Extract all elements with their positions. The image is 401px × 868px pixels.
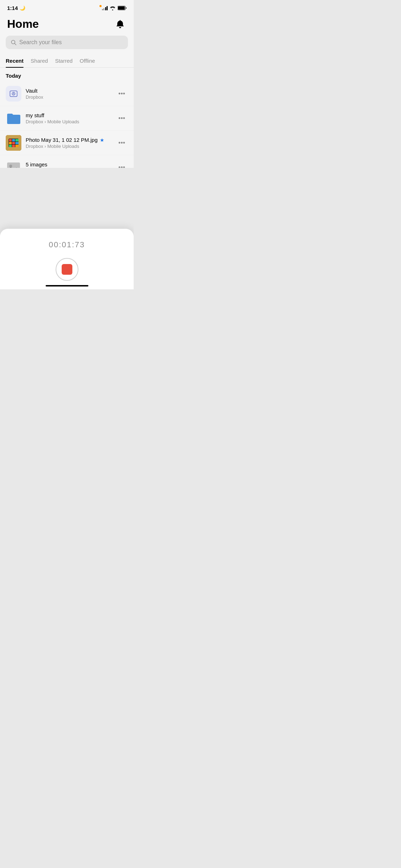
wifi-icon <box>110 6 115 10</box>
list-item[interactable]: Photo May 31, 1 02 12 PM.jpg ★ Dropbox ›… <box>0 131 134 155</box>
file-name: my stuff <box>26 112 115 118</box>
svg-point-6 <box>13 93 14 94</box>
file-info: Vault Dropbox <box>26 88 115 100</box>
tab-shared[interactable]: Shared <box>31 55 48 67</box>
more-button[interactable]: ••• <box>115 138 128 148</box>
svg-line-3 <box>15 43 16 45</box>
section-today: Today <box>0 68 134 82</box>
more-button[interactable]: ••• <box>115 162 128 168</box>
vault-icon-container <box>6 86 21 102</box>
file-name: 5 images <box>26 161 115 167</box>
list-item[interactable]: Vault Dropbox ••• <box>0 82 134 106</box>
images-icon-container <box>6 160 21 168</box>
svg-rect-14 <box>12 142 15 144</box>
notification-dot <box>99 5 102 7</box>
tab-recent[interactable]: Recent <box>6 55 24 67</box>
status-time: 1:14 🌙 <box>7 5 25 11</box>
moon-icon: 🌙 <box>20 5 25 11</box>
file-name: Vault <box>26 88 115 94</box>
file-info: 5 images Dropbox › Mobile Uploads <box>26 161 115 168</box>
signal-icon <box>102 6 108 10</box>
star-icon: ★ <box>100 137 104 143</box>
photo-icon-container <box>6 135 21 151</box>
svg-rect-13 <box>9 142 12 144</box>
vault-svg <box>9 89 18 98</box>
images-icon <box>6 160 21 168</box>
svg-rect-18 <box>15 145 19 147</box>
photo-thumbnail <box>6 135 21 151</box>
main-content: Home Search your files Recent Shared Sta… <box>0 14 134 168</box>
status-bar: 1:14 🌙 <box>0 0 134 14</box>
more-button[interactable]: ••• <box>115 89 128 99</box>
recording-overlay: 00:01:73 <box>0 229 134 289</box>
recording-timer: 00:01:73 <box>49 240 85 249</box>
svg-rect-12 <box>15 139 19 141</box>
file-name: Photo May 31, 1 02 12 PM.jpg ★ <box>26 137 115 143</box>
app-header: Home <box>0 14 134 36</box>
file-info: Photo May 31, 1 02 12 PM.jpg ★ Dropbox ›… <box>26 137 115 149</box>
stop-icon <box>62 264 72 275</box>
page-title: Home <box>7 17 39 31</box>
stop-recording-button[interactable] <box>56 258 78 281</box>
list-item[interactable]: my stuff Dropbox › Mobile Uploads ••• <box>0 106 134 131</box>
search-icon <box>11 40 16 45</box>
folder-icon-container <box>6 110 21 126</box>
svg-rect-15 <box>15 142 19 144</box>
svg-rect-19 <box>7 162 20 168</box>
list-item[interactable]: 5 images Dropbox › Mobile Uploads ••• <box>0 155 134 168</box>
search-bar[interactable]: Search your files <box>6 36 128 49</box>
file-path: Dropbox › Mobile Uploads <box>26 144 115 149</box>
svg-rect-1 <box>118 6 125 10</box>
search-placeholder: Search your files <box>19 39 62 46</box>
svg-rect-11 <box>12 139 15 141</box>
notification-button[interactable] <box>114 18 127 31</box>
tab-starred[interactable]: Starred <box>55 55 72 67</box>
svg-rect-16 <box>9 145 12 147</box>
file-list: Vault Dropbox ••• my stuff Dropbox › Mob… <box>0 82 134 168</box>
folder-icon <box>6 111 21 125</box>
status-icons <box>102 6 127 10</box>
svg-rect-10 <box>9 139 12 141</box>
bell-icon <box>116 20 124 29</box>
svg-rect-17 <box>12 145 15 147</box>
vault-icon <box>6 86 21 102</box>
file-info: my stuff Dropbox › Mobile Uploads <box>26 112 115 124</box>
file-path: Dropbox <box>26 94 115 100</box>
file-path: Dropbox › Mobile Uploads <box>26 119 115 124</box>
battery-icon <box>118 6 127 10</box>
time-display: 1:14 <box>7 5 18 11</box>
more-button[interactable]: ••• <box>115 113 128 124</box>
home-indicator <box>46 285 88 286</box>
tabs-bar: Recent Shared Starred Offline <box>0 55 134 68</box>
tab-offline[interactable]: Offline <box>80 55 95 67</box>
